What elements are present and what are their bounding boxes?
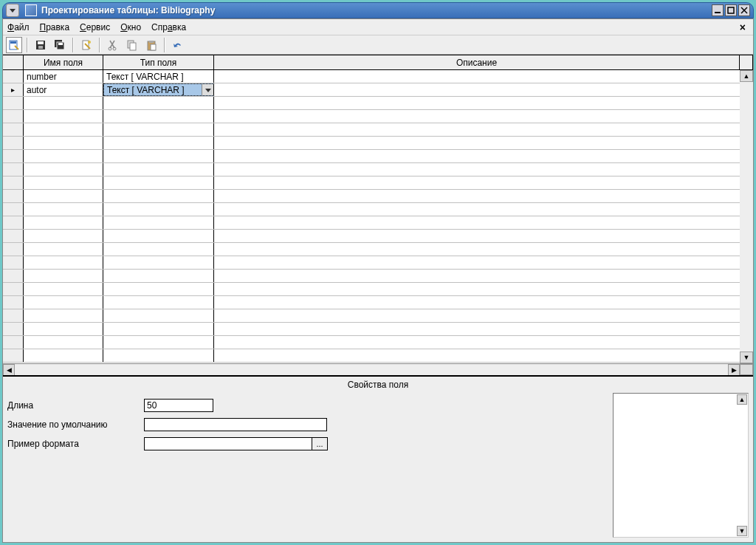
menubar: Файл Правка Сервис Окно Справка × bbox=[3, 19, 753, 35]
table-row[interactable] bbox=[3, 230, 753, 243]
dropdown-arrow-icon[interactable] bbox=[202, 84, 213, 95]
table-row[interactable] bbox=[3, 336, 753, 349]
table-row[interactable] bbox=[3, 110, 753, 123]
grid-body[interactable]: number Текст [ VARCHAR ] ▸ autor Текст [… bbox=[3, 70, 753, 363]
table-row[interactable] bbox=[3, 270, 753, 283]
properties-title: Свойства поля bbox=[3, 377, 753, 393]
row-marker-current[interactable]: ▸ bbox=[3, 83, 24, 96]
header-field-name[interactable]: Имя поля bbox=[24, 55, 103, 69]
table-row[interactable] bbox=[3, 309, 753, 323]
svg-rect-1 bbox=[715, 12, 721, 13]
svg-rect-18 bbox=[130, 43, 136, 50]
table-row[interactable] bbox=[3, 323, 753, 336]
maximize-button[interactable] bbox=[725, 4, 737, 16]
titlebar: Проектирование таблицы: Bibliography bbox=[2, 2, 754, 18]
field-properties-panel: Свойства поля Длина Значение по умолчани… bbox=[3, 377, 753, 542]
svg-rect-20 bbox=[149, 41, 154, 43]
properties-form: Длина Значение по умолчанию Пример форма… bbox=[7, 393, 608, 538]
table-row[interactable] bbox=[3, 150, 753, 163]
scroll-up-button[interactable]: ▲ bbox=[740, 70, 753, 82]
save-all-button[interactable] bbox=[52, 37, 68, 53]
horizontal-scrollbar[interactable]: ◀ ▶ bbox=[3, 363, 753, 375]
format-browse-button[interactable]: ... bbox=[312, 437, 328, 450]
menu-help[interactable]: Справка bbox=[151, 22, 186, 32]
table-row[interactable]: number Текст [ VARCHAR ] bbox=[3, 70, 753, 83]
format-label: Пример формата bbox=[7, 439, 144, 449]
field-type-dropdown[interactable]: Текст [ VARCHAR ] bbox=[103, 83, 214, 96]
copy-button[interactable] bbox=[124, 37, 140, 53]
minimize-button[interactable] bbox=[712, 4, 724, 16]
property-format-row: Пример формата ... bbox=[7, 437, 608, 450]
table-row[interactable] bbox=[3, 283, 753, 296]
property-length-row: Длина bbox=[7, 399, 608, 412]
toolbar-separator bbox=[72, 38, 74, 52]
table-row[interactable] bbox=[3, 176, 753, 190]
undo-button[interactable] bbox=[170, 37, 186, 53]
format-example-input[interactable] bbox=[144, 437, 312, 450]
menu-window[interactable]: Окно bbox=[120, 22, 141, 32]
table-row[interactable] bbox=[3, 349, 753, 363]
header-marker-column[interactable] bbox=[3, 55, 24, 69]
toolbar bbox=[3, 35, 753, 55]
table-row[interactable] bbox=[3, 190, 753, 203]
table-design-grid: Имя поля Тип поля Описание number Текст … bbox=[3, 55, 753, 377]
field-type-cell[interactable]: Текст [ VARCHAR ] bbox=[103, 70, 214, 83]
design-mode-button[interactable] bbox=[6, 37, 22, 53]
app-icon bbox=[25, 4, 37, 16]
row-marker[interactable] bbox=[3, 70, 24, 83]
scroll-left-button[interactable]: ◀ bbox=[3, 364, 15, 376]
toolbar-separator bbox=[164, 38, 165, 52]
table-row[interactable]: ▸ autor Текст [ VARCHAR ] bbox=[3, 83, 753, 97]
field-name-cell[interactable]: autor bbox=[24, 83, 103, 96]
svg-rect-8 bbox=[38, 41, 44, 44]
properties-help-box: ▲ ▼ bbox=[613, 393, 749, 538]
svg-rect-6 bbox=[10, 41, 16, 44]
table-row[interactable] bbox=[3, 216, 753, 230]
toolbar-separator bbox=[27, 38, 28, 52]
window-title: Проектирование таблицы: Bibliography bbox=[41, 5, 215, 16]
window-body: Файл Правка Сервис Окно Справка × bbox=[2, 18, 754, 543]
help-scroll-up[interactable]: ▲ bbox=[737, 394, 747, 405]
property-default-row: Значение по умолчанию bbox=[7, 418, 608, 431]
paste-button[interactable] bbox=[143, 37, 159, 53]
scroll-right-button[interactable]: ▶ bbox=[728, 364, 740, 376]
table-row[interactable] bbox=[3, 243, 753, 256]
header-field-type[interactable]: Тип поля bbox=[103, 55, 214, 69]
field-desc-cell[interactable] bbox=[214, 70, 753, 83]
field-desc-cell[interactable] bbox=[214, 83, 753, 96]
table-row[interactable] bbox=[3, 97, 753, 110]
cut-button[interactable] bbox=[105, 37, 121, 53]
field-name-cell[interactable]: number bbox=[24, 70, 103, 83]
scroll-down-button[interactable]: ▼ bbox=[740, 352, 753, 363]
edit-button[interactable] bbox=[78, 37, 94, 53]
table-row[interactable] bbox=[3, 163, 753, 176]
header-description[interactable]: Описание bbox=[214, 55, 740, 69]
table-row[interactable] bbox=[3, 203, 753, 216]
svg-rect-2 bbox=[728, 7, 734, 13]
field-type-value: Текст [ VARCHAR ] bbox=[107, 85, 185, 95]
default-value-input[interactable] bbox=[144, 418, 327, 431]
vertical-scrollbar[interactable]: ▲ ▼ bbox=[740, 70, 753, 363]
menu-file[interactable]: Файл bbox=[7, 22, 30, 32]
svg-marker-0 bbox=[10, 9, 16, 13]
table-row[interactable] bbox=[3, 256, 753, 270]
default-label: Значение по умолчанию bbox=[7, 419, 144, 430]
toolbar-separator bbox=[99, 38, 100, 52]
close-document-button[interactable]: × bbox=[737, 21, 749, 33]
save-button[interactable] bbox=[32, 37, 49, 53]
menu-service[interactable]: Сервис bbox=[80, 22, 110, 32]
length-label: Длина bbox=[7, 400, 144, 411]
header-scroll-corner bbox=[740, 55, 753, 69]
table-row[interactable] bbox=[3, 296, 753, 309]
menu-edit[interactable]: Правка bbox=[40, 22, 70, 32]
grid-header: Имя поля Тип поля Описание bbox=[3, 55, 753, 70]
svg-point-14 bbox=[88, 41, 91, 44]
length-input[interactable] bbox=[144, 399, 213, 412]
help-scroll-down[interactable]: ▼ bbox=[737, 526, 747, 536]
svg-rect-9 bbox=[38, 46, 43, 49]
table-row[interactable] bbox=[3, 137, 753, 150]
system-menu-button[interactable] bbox=[6, 4, 19, 17]
close-button[interactable] bbox=[738, 4, 750, 16]
svg-marker-22 bbox=[205, 89, 211, 92]
table-row[interactable] bbox=[3, 123, 753, 137]
